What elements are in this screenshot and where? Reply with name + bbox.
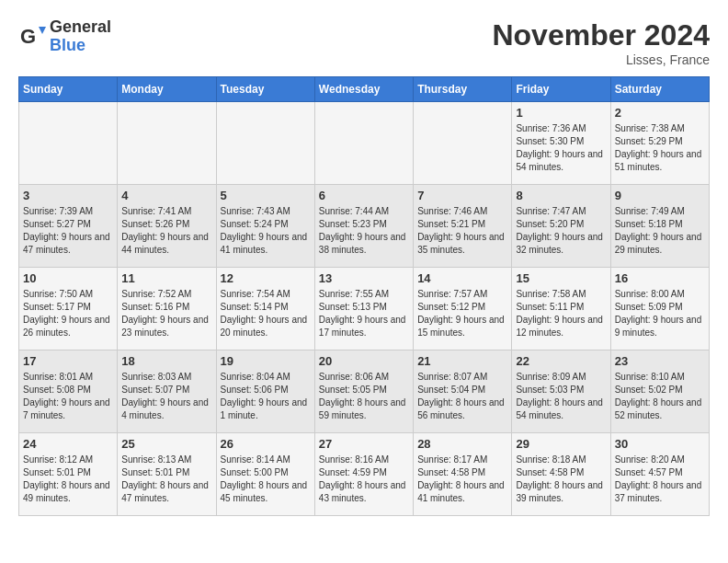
calendar-cell: 23Sunrise: 8:10 AM Sunset: 5:02 PM Dayli… [610,350,709,433]
day-number: 5 [221,189,311,202]
day-info: Sunrise: 7:47 AM Sunset: 5:20 PM Dayligh… [516,205,606,257]
calendar-week-row: 3Sunrise: 7:39 AM Sunset: 5:27 PM Daylig… [19,185,710,268]
calendar-cell: 30Sunrise: 8:20 AM Sunset: 4:57 PM Dayli… [610,433,709,516]
calendar-cell: 5Sunrise: 7:43 AM Sunset: 5:24 PM Daylig… [216,185,314,268]
page-header: G General Blue November 2024 Lisses, Fra… [18,18,710,67]
day-info: Sunrise: 7:38 AM Sunset: 5:29 PM Dayligh… [615,122,705,174]
day-number: 30 [615,437,705,451]
day-info: Sunrise: 7:36 AM Sunset: 5:30 PM Dayligh… [516,122,606,174]
title-section: November 2024 Lisses, France [492,18,710,67]
day-number: 27 [319,437,409,451]
calendar-cell: 12Sunrise: 7:54 AM Sunset: 5:14 PM Dayli… [216,268,314,350]
day-of-week-header: Monday [118,77,216,102]
day-info: Sunrise: 8:18 AM Sunset: 4:58 PM Dayligh… [516,454,606,505]
day-number: 9 [615,189,705,202]
day-number: 22 [516,354,606,368]
day-of-week-header: Sunday [19,77,118,102]
calendar-cell: 14Sunrise: 7:57 AM Sunset: 5:12 PM Dayli… [414,268,512,350]
day-info: Sunrise: 7:43 AM Sunset: 5:24 PM Dayligh… [221,205,311,257]
day-of-week-header: Saturday [610,77,709,102]
calendar-cell: 6Sunrise: 7:44 AM Sunset: 5:23 PM Daylig… [314,185,413,268]
day-number: 6 [319,189,409,202]
logo-icon: G [18,23,46,51]
day-info: Sunrise: 8:16 AM Sunset: 4:59 PM Dayligh… [319,454,409,505]
location-text: Lisses, France [492,52,710,67]
day-info: Sunrise: 8:17 AM Sunset: 4:58 PM Dayligh… [417,454,507,505]
day-of-week-header: Tuesday [216,77,314,102]
day-info: Sunrise: 7:44 AM Sunset: 5:23 PM Dayligh… [319,205,409,257]
month-title: November 2024 [492,18,710,52]
calendar-week-row: 17Sunrise: 8:01 AM Sunset: 5:08 PM Dayli… [19,350,710,433]
day-info: Sunrise: 8:00 AM Sunset: 5:09 PM Dayligh… [615,288,705,339]
day-number: 1 [516,106,606,120]
day-number: 16 [615,271,705,285]
calendar-cell: 26Sunrise: 8:14 AM Sunset: 5:00 PM Dayli… [216,433,314,516]
day-number: 25 [121,437,211,451]
day-number: 17 [23,354,113,368]
calendar-cell: 18Sunrise: 8:03 AM Sunset: 5:07 PM Dayli… [118,350,216,433]
day-info: Sunrise: 7:46 AM Sunset: 5:21 PM Dayligh… [417,205,507,257]
day-number: 21 [417,354,507,368]
day-info: Sunrise: 8:01 AM Sunset: 5:08 PM Dayligh… [23,371,113,422]
day-of-week-header: Friday [512,77,610,102]
day-info: Sunrise: 7:57 AM Sunset: 5:12 PM Dayligh… [417,288,507,339]
day-number: 24 [23,437,113,451]
day-of-week-header: Wednesday [314,77,413,102]
calendar-week-row: 24Sunrise: 8:12 AM Sunset: 5:01 PM Dayli… [19,433,710,516]
day-number: 7 [417,189,507,202]
calendar-cell: 22Sunrise: 8:09 AM Sunset: 5:03 PM Dayli… [512,350,610,433]
calendar-cell: 13Sunrise: 7:55 AM Sunset: 5:13 PM Dayli… [314,268,413,350]
calendar-cell [19,102,118,185]
day-info: Sunrise: 8:04 AM Sunset: 5:06 PM Dayligh… [221,371,311,422]
calendar-cell: 29Sunrise: 8:18 AM Sunset: 4:58 PM Dayli… [512,433,610,516]
calendar-week-row: 1Sunrise: 7:36 AM Sunset: 5:30 PM Daylig… [19,102,710,185]
day-info: Sunrise: 8:12 AM Sunset: 5:01 PM Dayligh… [23,454,113,505]
calendar-cell: 16Sunrise: 8:00 AM Sunset: 5:09 PM Dayli… [610,268,709,350]
day-info: Sunrise: 8:10 AM Sunset: 5:02 PM Dayligh… [615,371,705,422]
day-number: 13 [319,271,409,285]
day-info: Sunrise: 8:20 AM Sunset: 4:57 PM Dayligh… [615,454,705,505]
day-info: Sunrise: 8:07 AM Sunset: 5:04 PM Dayligh… [417,371,507,422]
day-number: 18 [121,354,211,368]
day-info: Sunrise: 7:41 AM Sunset: 5:26 PM Dayligh… [121,205,211,257]
calendar-cell: 11Sunrise: 7:52 AM Sunset: 5:16 PM Dayli… [118,268,216,350]
day-info: Sunrise: 7:55 AM Sunset: 5:13 PM Dayligh… [319,288,409,339]
day-of-week-header: Thursday [414,77,512,102]
day-number: 20 [319,354,409,368]
svg-text:G: G [20,25,36,48]
calendar-cell: 20Sunrise: 8:06 AM Sunset: 5:05 PM Dayli… [314,350,413,433]
day-info: Sunrise: 8:13 AM Sunset: 5:01 PM Dayligh… [121,454,211,505]
day-info: Sunrise: 7:49 AM Sunset: 5:18 PM Dayligh… [615,205,705,257]
calendar-header-row: SundayMondayTuesdayWednesdayThursdayFrid… [19,77,710,102]
day-info: Sunrise: 7:54 AM Sunset: 5:14 PM Dayligh… [221,288,311,339]
calendar-cell: 21Sunrise: 8:07 AM Sunset: 5:04 PM Dayli… [414,350,512,433]
calendar-cell: 15Sunrise: 7:58 AM Sunset: 5:11 PM Dayli… [512,268,610,350]
calendar-cell: 19Sunrise: 8:04 AM Sunset: 5:06 PM Dayli… [216,350,314,433]
day-number: 14 [417,271,507,285]
calendar-cell: 24Sunrise: 8:12 AM Sunset: 5:01 PM Dayli… [19,433,118,516]
calendar-cell: 7Sunrise: 7:46 AM Sunset: 5:21 PM Daylig… [414,185,512,268]
calendar-cell: 17Sunrise: 8:01 AM Sunset: 5:08 PM Dayli… [19,350,118,433]
day-info: Sunrise: 8:06 AM Sunset: 5:05 PM Dayligh… [319,371,409,422]
day-info: Sunrise: 8:09 AM Sunset: 5:03 PM Dayligh… [516,371,606,422]
day-number: 11 [121,271,211,285]
svg-marker-1 [39,27,46,34]
calendar-cell: 4Sunrise: 7:41 AM Sunset: 5:26 PM Daylig… [118,185,216,268]
logo-general-text: General [50,18,111,37]
day-number: 10 [23,271,113,285]
day-number: 26 [221,437,311,451]
calendar-cell: 10Sunrise: 7:50 AM Sunset: 5:17 PM Dayli… [19,268,118,350]
day-number: 12 [221,271,311,285]
calendar-cell: 28Sunrise: 8:17 AM Sunset: 4:58 PM Dayli… [414,433,512,516]
day-number: 8 [516,189,606,202]
logo: G General Blue [18,18,111,55]
day-info: Sunrise: 7:39 AM Sunset: 5:27 PM Dayligh… [23,205,113,257]
day-info: Sunrise: 7:52 AM Sunset: 5:16 PM Dayligh… [121,288,211,339]
day-info: Sunrise: 8:14 AM Sunset: 5:00 PM Dayligh… [221,454,311,505]
calendar-cell: 27Sunrise: 8:16 AM Sunset: 4:59 PM Dayli… [314,433,413,516]
calendar-cell: 1Sunrise: 7:36 AM Sunset: 5:30 PM Daylig… [512,102,610,185]
day-number: 3 [23,189,113,202]
day-number: 4 [121,189,211,202]
day-info: Sunrise: 8:03 AM Sunset: 5:07 PM Dayligh… [121,371,211,422]
day-number: 2 [615,106,705,120]
